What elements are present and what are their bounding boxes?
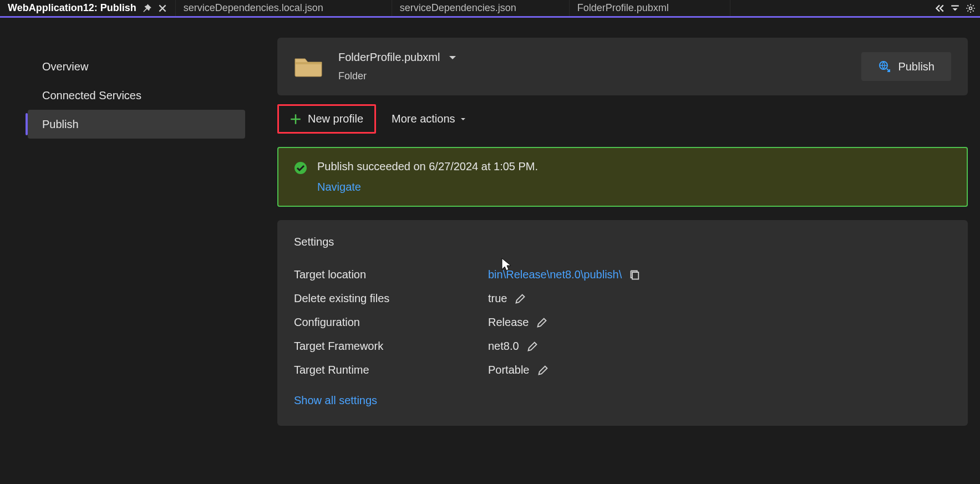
dropdown-icon[interactable] (950, 3, 960, 13)
navigate-link[interactable]: Navigate (317, 181, 538, 193)
banner-message: Publish succeeded on 6/27/2024 at 1:05 P… (317, 160, 538, 173)
svg-rect-0 (951, 5, 959, 6)
sidebar-item-label: Overview (42, 60, 88, 73)
tab-service-deps-local[interactable]: serviceDependencies.local.json (176, 0, 392, 16)
sidebar-item-publish[interactable]: Publish (28, 110, 245, 139)
more-actions-label: More actions (392, 113, 455, 125)
setting-value: Release (488, 316, 529, 329)
more-actions-dropdown[interactable]: More actions (387, 106, 471, 132)
tab-folder-profile[interactable]: FolderProfile.pubxml (570, 0, 730, 16)
profile-name: FolderProfile.pubxml (338, 51, 440, 64)
tabbar-overflow (935, 0, 980, 16)
pin-icon[interactable] (142, 3, 152, 13)
tab-service-deps[interactable]: serviceDependencies.json (392, 0, 570, 16)
plus-icon (290, 114, 301, 125)
publish-button-label: Publish (898, 60, 935, 73)
setting-label: Target Runtime (294, 364, 488, 376)
tab-label: WebApplication12: Publish (8, 2, 136, 14)
main-content: FolderProfile.pubxml Folder Publish (265, 18, 980, 482)
setting-label: Target Framework (294, 340, 488, 353)
setting-row-target-location: Target location bin\Release\net8.0\publi… (294, 263, 951, 287)
close-icon[interactable] (158, 3, 167, 13)
profile-dropdown[interactable]: FolderProfile.pubxml (338, 51, 458, 64)
tab-label: serviceDependencies.json (400, 2, 516, 14)
setting-label: Delete existing files (294, 292, 488, 305)
new-profile-button[interactable]: New profile (277, 104, 376, 134)
tab-bar: WebApplication12: Publish serviceDepende… (0, 0, 980, 18)
setting-row-delete-existing: Delete existing files true (294, 287, 951, 310)
tab-publish[interactable]: WebApplication12: Publish (0, 0, 176, 16)
publish-button[interactable]: Publish (861, 52, 951, 81)
svg-rect-5 (632, 272, 638, 279)
svg-point-1 (969, 7, 972, 9)
pencil-icon[interactable] (537, 365, 549, 376)
publish-icon (878, 60, 891, 73)
settings-card: Settings Target location bin\Release\net… (277, 220, 968, 426)
sidebar-item-overview[interactable]: Overview (28, 52, 245, 81)
status-banner: Publish succeeded on 6/27/2024 at 1:05 P… (277, 147, 968, 207)
profile-type: Folder (338, 70, 458, 82)
setting-row-configuration: Configuration Release (294, 310, 951, 334)
sidebar-item-connected-services[interactable]: Connected Services (28, 81, 245, 110)
show-all-settings-link[interactable]: Show all settings (294, 394, 377, 407)
success-icon (294, 161, 307, 175)
setting-label: Configuration (294, 316, 488, 329)
tab-label: FolderProfile.pubxml (577, 2, 669, 14)
setting-label: Target location (294, 268, 488, 281)
svg-rect-2 (295, 62, 322, 64)
setting-value: true (488, 292, 507, 305)
settings-title: Settings (294, 236, 951, 248)
chevron-down-icon (448, 53, 458, 63)
chevrons-left-icon[interactable] (935, 3, 945, 13)
setting-row-target-runtime: Target Runtime Portable (294, 358, 951, 382)
new-profile-label: New profile (308, 113, 363, 125)
setting-value: net8.0 (488, 340, 519, 353)
sidebar: Overview Connected Services Publish (0, 18, 265, 482)
pencil-icon[interactable] (536, 317, 547, 328)
chevron-down-icon (460, 116, 466, 123)
folder-icon (294, 55, 323, 78)
pencil-icon[interactable] (515, 293, 526, 304)
sidebar-item-label: Connected Services (42, 89, 141, 102)
setting-value: Portable (488, 364, 530, 376)
target-location-link[interactable]: bin\Release\net8.0\publish\ (488, 268, 622, 281)
setting-row-target-framework: Target Framework net8.0 (294, 334, 951, 358)
profile-toolbar: New profile More actions (277, 104, 968, 134)
copy-icon[interactable] (629, 269, 641, 281)
gear-icon[interactable] (966, 3, 976, 13)
sidebar-item-label: Publish (42, 118, 79, 131)
tab-label: serviceDependencies.local.json (184, 2, 323, 14)
pencil-icon[interactable] (527, 341, 538, 352)
profile-header: FolderProfile.pubxml Folder Publish (277, 38, 968, 95)
